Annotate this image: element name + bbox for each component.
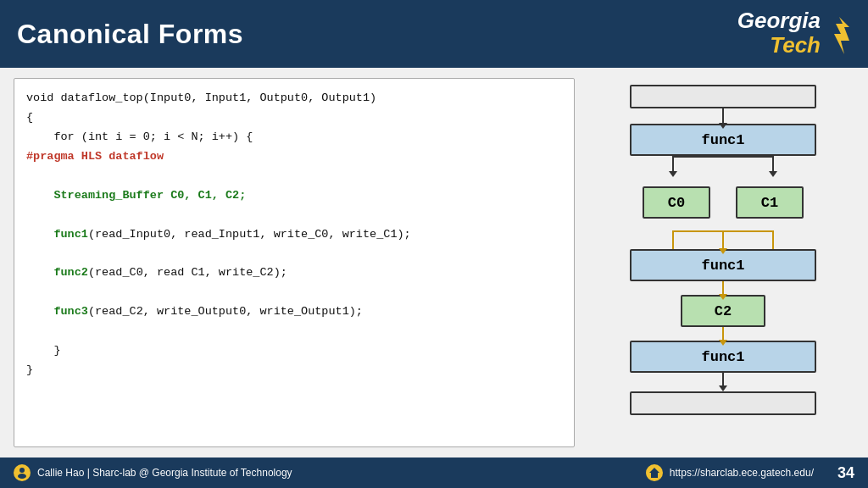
- logo-georgia: Georgia: [737, 8, 821, 33]
- footer-author: Callie Hao | Sharc-lab @ Georgia Institu…: [37, 467, 292, 479]
- code-line-7: [26, 206, 562, 225]
- svg-marker-3: [649, 468, 659, 478]
- output-bar: [630, 391, 816, 415]
- footer-left: Callie Hao | Sharc-lab @ Georgia Institu…: [14, 464, 292, 481]
- fork-arrows: [630, 156, 816, 186]
- footer-right: https://sharclab.ece.gatech.edu/ 34: [646, 464, 854, 482]
- svg-point-1: [19, 468, 25, 473]
- arrow-to-func1-top: [722, 108, 724, 124]
- flowchart: func1 C0 C1: [592, 85, 854, 415]
- buzz-icon: [827, 15, 851, 56]
- arrow-to-c2: [722, 281, 724, 295]
- input-bar: [630, 85, 816, 108]
- code-line-6: Streaming_Buffer C0, C1, C2;: [26, 186, 562, 206]
- code-line-9: [26, 245, 562, 264]
- code-line-13: [26, 322, 562, 341]
- logo-area: Georgia Tech: [737, 8, 851, 59]
- arrow-to-output: [722, 373, 724, 386]
- code-line-8: func1(read_Input0, read_Input1, write_C0…: [26, 225, 562, 245]
- code-line-4: #pragma HLS dataflow: [26, 147, 562, 167]
- code-line-14: }: [26, 341, 562, 361]
- code-line-10: func2(read_C0, read C1, write_C2);: [26, 263, 562, 283]
- home-icon: [646, 464, 663, 481]
- footer: Callie Hao | Sharc-lab @ Georgia Institu…: [0, 458, 868, 488]
- svg-point-2: [18, 474, 26, 479]
- header: Canonical Forms Georgia Tech: [0, 0, 868, 68]
- code-line-1: void dataflow_top(Input0, Input1, Output…: [26, 89, 562, 108]
- code-line-2: {: [26, 108, 562, 128]
- diagram-panel: func1 C0 C1: [592, 78, 854, 447]
- code-line-15: }: [26, 361, 562, 380]
- main-content: void dataflow_top(Input0, Input1, Output…: [0, 68, 868, 458]
- footer-url: https://sharclab.ece.gatech.edu/: [670, 467, 814, 479]
- arrow-to-func1-bot: [722, 327, 724, 341]
- c0-box: C0: [643, 186, 710, 219]
- code-line-12: func3(read_C2, write_Output0, write_Outp…: [26, 302, 562, 322]
- page-title: Canonical Forms: [17, 19, 243, 50]
- code-line-3: for (int i = 0; i < N; i++) {: [26, 128, 562, 147]
- person-icon: [14, 464, 31, 481]
- page-number: 34: [837, 464, 854, 482]
- svg-marker-0: [834, 17, 849, 54]
- logo-tech: Tech: [770, 33, 821, 58]
- c0-c1-row: C0 C1: [592, 186, 854, 219]
- code-line-5: [26, 167, 562, 186]
- c1-box: C1: [736, 186, 804, 219]
- code-panel: void dataflow_top(Input0, Input1, Output…: [14, 78, 575, 447]
- join-arrows: [630, 219, 816, 249]
- code-line-11: [26, 283, 562, 302]
